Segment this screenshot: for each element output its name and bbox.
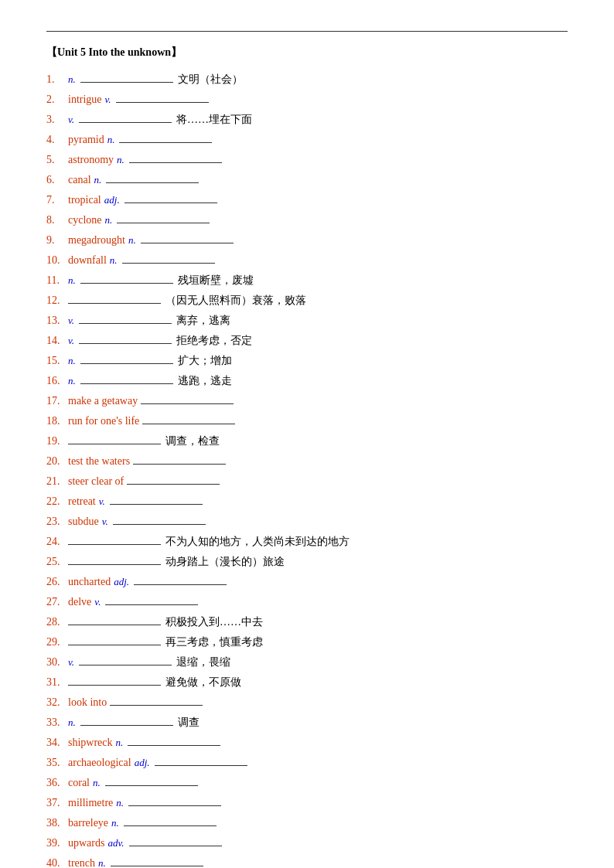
list-item: 19.调查，检查: [46, 432, 568, 449]
fill-blank[interactable]: [141, 392, 234, 404]
item-pos: v.: [68, 313, 74, 328]
fill-blank[interactable]: [125, 191, 217, 203]
fill-blank[interactable]: [110, 492, 203, 505]
item-number: 2.: [46, 92, 68, 107]
list-item: 21.steer clear of: [46, 472, 568, 489]
fill-blank[interactable]: [129, 834, 222, 846]
item-meaning: 扩大；增加: [178, 353, 232, 369]
list-item: 4.pyramid n.: [46, 131, 568, 148]
item-word: millimetre: [68, 795, 113, 811]
item-word: canal: [68, 172, 91, 188]
fill-blank[interactable]: [142, 412, 235, 424]
item-word: delve: [68, 594, 91, 610]
fill-blank[interactable]: [122, 251, 215, 264]
fill-blank[interactable]: [80, 372, 173, 384]
fill-blank[interactable]: [68, 291, 161, 304]
fill-blank[interactable]: [79, 332, 172, 344]
fill-blank[interactable]: [79, 311, 172, 324]
item-pos: n.: [94, 172, 102, 188]
item-pos: v.: [68, 655, 74, 670]
list-item: 37.millimetre n.: [46, 794, 568, 811]
item-number: 3.: [46, 112, 68, 128]
fill-blank[interactable]: [68, 553, 161, 565]
item-number: 1.: [46, 72, 68, 87]
list-item: 23.subdue v.: [46, 512, 568, 529]
list-item: 15.n.扩大；增加: [46, 352, 568, 369]
fill-blank[interactable]: [105, 774, 198, 786]
item-number: 29.: [46, 635, 68, 650]
item-pos: n.: [110, 253, 118, 268]
item-number: 18.: [46, 414, 68, 429]
list-item: 5.astronomy n.: [46, 151, 568, 168]
item-meaning: （因无人照料而）衰落，败落: [165, 293, 306, 308]
fill-blank[interactable]: [141, 231, 234, 243]
item-pos: n.: [93, 775, 101, 791]
page: 【Unit 5 Into the unknown】 1.n.文明（社会）2.in…: [0, 0, 614, 868]
item-pos: n.: [68, 72, 76, 87]
fill-blank[interactable]: [133, 452, 226, 465]
item-number: 32.: [46, 695, 68, 710]
fill-blank[interactable]: [68, 673, 161, 686]
fill-blank[interactable]: [79, 653, 172, 665]
item-pos: n.: [116, 795, 124, 811]
item-pos: n.: [111, 815, 119, 831]
item-meaning: 避免做，不原做: [165, 675, 241, 690]
item-word: intrigue: [68, 92, 102, 107]
item-meaning: 逃跑，逃走: [178, 373, 232, 389]
fill-blank[interactable]: [80, 352, 173, 364]
fill-blank[interactable]: [128, 734, 220, 746]
list-item: 28.积极投入到……中去: [46, 613, 568, 630]
list-item: 24.不为人知的地方，人类尚未到达的地方: [46, 533, 568, 550]
list-item: 13.v.离弃，逃离: [46, 311, 568, 328]
fill-blank[interactable]: [127, 472, 220, 485]
item-word: archaeological: [68, 755, 131, 771]
item-pos: n.: [98, 856, 106, 868]
fill-blank[interactable]: [119, 131, 212, 143]
item-meaning: 离弃，逃离: [176, 313, 230, 328]
item-pos: v.: [94, 594, 101, 610]
fill-blank[interactable]: [111, 854, 203, 866]
item-pos: n.: [128, 233, 136, 248]
list-item: 2.intrigue v.: [46, 90, 568, 107]
fill-blank[interactable]: [68, 432, 161, 444]
list-item: 20.test the waters: [46, 452, 568, 469]
fill-blank[interactable]: [128, 794, 221, 806]
fill-blank[interactable]: [80, 713, 173, 726]
list-item: 3.v.将……埋在下面: [46, 111, 568, 128]
item-pos: adv.: [107, 836, 124, 851]
fill-blank[interactable]: [155, 754, 247, 766]
list-item: 14.v.拒绝考虑，否定: [46, 332, 568, 349]
item-meaning: 文明（社会）: [178, 72, 243, 87]
item-number: 7.: [46, 192, 68, 208]
fill-blank[interactable]: [80, 70, 173, 83]
item-word: run for one's life: [68, 414, 139, 429]
item-word: look into: [68, 695, 107, 710]
item-number: 40.: [46, 856, 68, 868]
fill-blank[interactable]: [68, 613, 161, 625]
fill-blank[interactable]: [134, 573, 227, 585]
fill-blank[interactable]: [110, 693, 203, 706]
fill-blank[interactable]: [68, 633, 161, 645]
list-item: 25.动身踏上（漫长的）旅途: [46, 553, 568, 570]
fill-blank[interactable]: [117, 211, 210, 223]
item-pos: v.: [68, 333, 74, 349]
item-number: 25.: [46, 554, 68, 570]
fill-blank[interactable]: [106, 171, 199, 183]
fill-blank[interactable]: [129, 151, 222, 163]
item-pos: n.: [68, 353, 76, 369]
fill-blank[interactable]: [80, 271, 173, 284]
fill-blank[interactable]: [124, 814, 217, 826]
fill-blank[interactable]: [105, 593, 198, 605]
item-number: 21.: [46, 474, 68, 489]
fill-blank[interactable]: [79, 111, 172, 123]
item-number: 35.: [46, 755, 68, 771]
item-number: 15.: [46, 353, 68, 369]
fill-blank[interactable]: [68, 533, 161, 545]
fill-blank[interactable]: [113, 512, 206, 525]
list-item: 31.避免做，不原做: [46, 673, 568, 690]
item-pos: n.: [68, 715, 76, 730]
fill-blank[interactable]: [116, 90, 209, 103]
item-pos: v.: [68, 112, 74, 128]
item-meaning: 积极投入到……中去: [165, 614, 263, 630]
item-number: 9.: [46, 233, 68, 248]
